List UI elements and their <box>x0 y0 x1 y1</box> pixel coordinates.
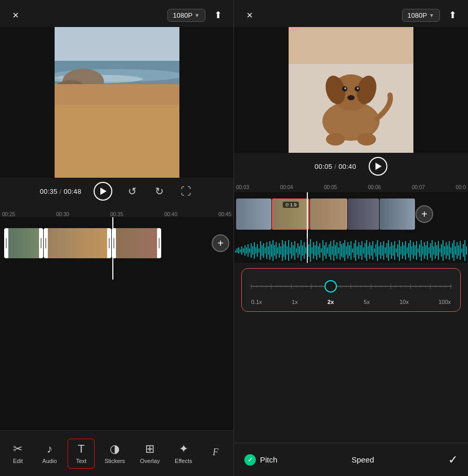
svg-rect-177 <box>463 244 464 257</box>
svg-rect-122 <box>377 240 378 261</box>
nav-item-text[interactable]: T Text <box>68 439 95 469</box>
svg-rect-169 <box>450 247 451 254</box>
right-ruler-mark-5: 00:0 <box>456 184 466 190</box>
nav-item-audio[interactable]: ♪ Audio <box>36 439 63 468</box>
nav-item-stickers[interactable]: ◑ Stickers <box>99 439 130 468</box>
svg-rect-71 <box>297 243 298 258</box>
left-time-total: 00:48 <box>63 188 81 195</box>
svg-rect-159 <box>435 242 436 259</box>
left-clip-1-left-handle[interactable] <box>4 228 8 258</box>
svg-point-23 <box>347 95 355 100</box>
svg-rect-161 <box>438 241 439 260</box>
right-clip-3[interactable] <box>310 199 347 230</box>
left-fullscreen-button[interactable]: ⛶ <box>179 184 193 199</box>
right-play-button[interactable] <box>369 157 387 176</box>
speed-title-label: Speed <box>352 455 374 464</box>
svg-rect-96 <box>336 242 337 259</box>
left-panel: × 1080P ▼ ⬆ <box>0 0 234 476</box>
left-clip-3[interactable] <box>112 228 161 258</box>
svg-rect-171 <box>453 240 454 261</box>
left-clip-1[interactable] <box>4 228 43 258</box>
right-video-thumbnail <box>289 27 413 153</box>
pitch-button[interactable]: ✓ Pitch <box>244 454 277 466</box>
svg-rect-135 <box>397 244 398 257</box>
left-clip-2[interactable] <box>44 228 111 258</box>
svg-rect-40 <box>249 248 250 253</box>
svg-rect-121 <box>375 244 376 257</box>
svg-rect-114 <box>365 243 366 258</box>
confirm-button[interactable]: ✓ <box>448 453 458 467</box>
speed-panel: 0.1x 1x 2x 5x 10x 100x <box>241 268 461 312</box>
svg-rect-157 <box>432 240 433 261</box>
left-undo-button[interactable]: ↺ <box>125 184 139 199</box>
left-top-bar: × 1080P ▼ ⬆ <box>0 0 233 27</box>
right-spacer <box>234 317 468 443</box>
svg-rect-102 <box>346 246 347 255</box>
svg-rect-39 <box>248 244 249 257</box>
svg-rect-142 <box>408 243 409 258</box>
svg-rect-101 <box>344 240 345 261</box>
left-clip-2-right-handle[interactable] <box>107 228 111 258</box>
left-time-display: 00:35 / 00:48 <box>40 188 82 195</box>
right-controls-bar: 00:05 / 00:40 <box>234 153 468 180</box>
right-close-button[interactable]: × <box>242 8 257 22</box>
left-video-preview <box>0 27 233 178</box>
pitch-check-icon: ✓ <box>244 454 256 466</box>
nav-item-overlay[interactable]: ⊞ Overlay <box>135 439 165 468</box>
svg-rect-33 <box>238 247 239 254</box>
svg-rect-91 <box>329 244 330 257</box>
right-timeline-area[interactable]: ⏱ 1.9 + <box>234 192 468 238</box>
nav-item-effects[interactable]: ✦ Effects <box>170 439 197 468</box>
svg-rect-106 <box>352 248 353 253</box>
svg-rect-164 <box>443 240 444 261</box>
svg-rect-160 <box>436 245 437 256</box>
svg-rect-44 <box>255 247 256 254</box>
svg-point-25 <box>357 133 376 146</box>
right-upload-button[interactable]: ⬆ <box>445 8 460 22</box>
svg-rect-70 <box>296 248 297 253</box>
svg-rect-166 <box>446 242 447 259</box>
left-spacer <box>0 280 233 430</box>
left-clip-2-left-handle[interactable] <box>44 228 48 258</box>
left-add-clip-button[interactable]: + <box>212 234 229 252</box>
svg-rect-35 <box>241 246 242 255</box>
svg-rect-149 <box>419 244 420 257</box>
svg-rect-61 <box>282 240 283 261</box>
nav-item-edit[interactable]: ✂ Edit <box>4 439 31 468</box>
left-track: + <box>0 225 233 261</box>
left-play-button[interactable] <box>94 182 112 201</box>
svg-rect-176 <box>461 248 462 253</box>
speed-thumb[interactable] <box>324 280 337 293</box>
svg-rect-111 <box>360 245 361 256</box>
left-playhead-line <box>112 217 113 280</box>
left-upload-button[interactable]: ⬆ <box>211 8 225 22</box>
waveform-svg <box>234 238 468 263</box>
svg-rect-147 <box>416 241 417 260</box>
nav-item-more[interactable]: F <box>202 443 229 464</box>
right-resolution-badge[interactable]: 1080P ▼ <box>402 9 440 22</box>
svg-rect-107 <box>354 243 355 258</box>
overlay-icon: ⊞ <box>145 443 154 455</box>
left-close-button[interactable]: × <box>8 8 23 22</box>
right-clip-4[interactable] <box>348 199 379 230</box>
ruler-mark-1: 00:30 <box>56 211 69 217</box>
right-add-clip-button[interactable]: + <box>415 205 433 223</box>
right-time-display: 00:05 / 00:40 <box>315 163 356 170</box>
svg-rect-82 <box>315 245 316 256</box>
right-clip-1[interactable] <box>236 199 271 230</box>
left-resolution-badge[interactable]: 1080P ▼ <box>167 9 206 22</box>
left-clip-1-right-handle[interactable] <box>39 228 43 258</box>
svg-rect-63 <box>285 241 286 260</box>
left-timeline-area[interactable]: + <box>0 217 233 280</box>
svg-point-24 <box>326 133 345 146</box>
right-panel: × 1080P ▼ ⬆ <box>234 0 468 476</box>
left-clip-3-right-handle[interactable] <box>157 228 161 258</box>
right-ruler-mark-0: 00:03 <box>236 184 249 190</box>
svg-rect-54 <box>271 244 272 257</box>
right-clip-5[interactable] <box>380 199 415 230</box>
left-redo-button[interactable]: ↻ <box>152 184 166 199</box>
svg-rect-109 <box>357 246 358 255</box>
right-time-current: 00:05 <box>315 163 332 170</box>
right-clip-2[interactable]: ⏱ 1.9 <box>272 199 309 230</box>
audio-icon: ♪ <box>47 443 53 455</box>
